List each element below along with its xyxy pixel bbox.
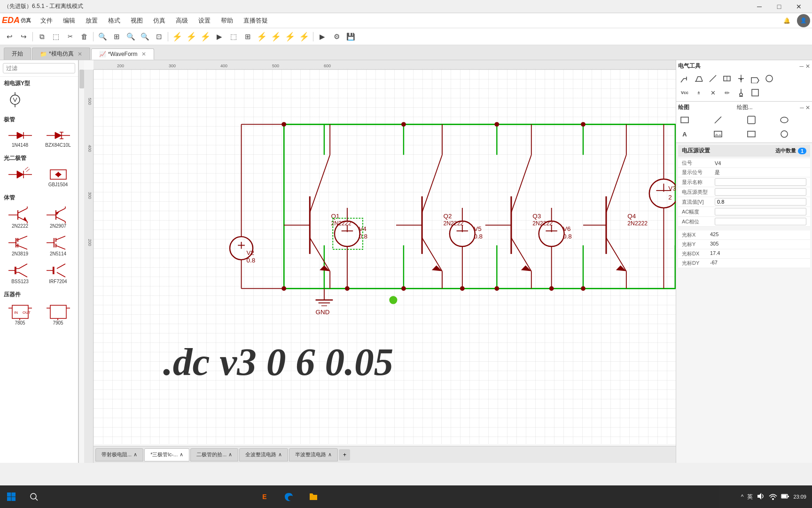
menu-sim[interactable]: 仿真 [148, 15, 170, 27]
menu-format[interactable]: 格式 [103, 15, 125, 27]
btab-diode[interactable]: 二极管的拾... ∧ [190, 448, 238, 461]
elec-pen-btn[interactable]: ✏ [720, 86, 734, 99]
tab-start[interactable]: 开始 [4, 48, 31, 60]
tab-modsim-close[interactable]: ✕ [78, 51, 82, 57]
elec-line-btn[interactable] [706, 72, 719, 85]
menu-settings[interactable]: 设置 [194, 15, 215, 27]
close-button[interactable]: ✕ [789, 0, 808, 13]
tool-btn-8[interactable]: ⚡ [269, 30, 282, 43]
comp-1n4148[interactable]: 1N4148 [2, 127, 38, 150]
tool-btn-4[interactable]: ▶ [213, 30, 226, 43]
tray-volume[interactable] [757, 492, 765, 502]
prop-input-showname[interactable] [715, 178, 806, 186]
redo-button[interactable]: ↪ [17, 30, 30, 43]
comp-led1[interactable] [2, 165, 38, 189]
draw-ellipse-btn[interactable] [778, 113, 791, 127]
tool-btn-1[interactable]: ⚡ [171, 30, 184, 43]
settings-btn[interactable]: ⚙ [330, 30, 343, 43]
menu-edit[interactable]: 编辑 [58, 15, 80, 27]
tab-waveform[interactable]: 📈 *WaveForm ✕ [91, 48, 154, 60]
minimize-button[interactable]: ─ [750, 0, 769, 13]
btab-fullwave[interactable]: 全波整流电路 ∧ [239, 448, 288, 461]
user-avatar[interactable]: 👤 [797, 14, 810, 27]
undo-button[interactable]: ↩ [3, 30, 16, 43]
tray-network[interactable] [769, 492, 777, 502]
tool-btn-5[interactable]: ⬚ [227, 30, 240, 43]
tab-waveform-close[interactable]: ✕ [141, 51, 146, 57]
run-button[interactable]: ▶ [316, 30, 329, 43]
schematic-canvas-area[interactable]: 200 300 400 500 600 500 400 300 200 [84, 60, 676, 463]
search-input[interactable] [3, 63, 75, 73]
btab-halfwave[interactable]: 半波整流电路 ∧ [289, 448, 338, 461]
comp-2n2222[interactable]: 2N2222 [2, 205, 38, 230]
comp-bss123[interactable]: BSS123 [2, 260, 38, 286]
draw-text-btn[interactable]: A [678, 127, 691, 141]
cut-button[interactable]: ✂ [63, 30, 77, 43]
delete-button[interactable]: 🗑 [78, 30, 91, 43]
taskbar-app-files[interactable] [302, 485, 325, 508]
zoom-out-button[interactable]: 🔍 [124, 30, 137, 43]
search-taskbar-button[interactable] [23, 485, 45, 508]
scrollbar-thumb[interactable] [79, 70, 84, 88]
draw-rect-btn[interactable] [678, 113, 691, 127]
comp-irf7204[interactable]: IRF7204 [40, 260, 76, 286]
elec-gnd-btn[interactable]: ± [692, 86, 705, 99]
prop-input-dc[interactable] [715, 198, 806, 206]
paste-button[interactable]: ⬚ [49, 30, 62, 43]
prop-input-type[interactable] [715, 188, 806, 196]
elec-probe-btn[interactable] [734, 86, 748, 99]
draw-poly-btn[interactable] [745, 113, 758, 127]
draw-arc-btn[interactable] [745, 127, 758, 141]
elec-bus-btn[interactable] [692, 72, 705, 85]
menu-live[interactable]: 直播答疑 [239, 15, 273, 27]
add-sheet-button[interactable]: + [339, 449, 350, 460]
btab-emitter[interactable]: 带射极电阻... ∧ [95, 448, 143, 461]
elec-net-btn[interactable] [720, 72, 734, 85]
grid-button[interactable]: ⊞ [110, 30, 123, 43]
search-button[interactable]: 🔍 [96, 30, 109, 43]
tool-btn-7[interactable]: ⚡ [255, 30, 268, 43]
comp-2n3819[interactable]: 2N3819 [2, 232, 38, 258]
comp-item-power1[interactable] [2, 90, 28, 109]
left-panel-scrollbar[interactable] [78, 60, 84, 463]
prop-input-acphase[interactable] [715, 218, 806, 225]
btab-triode[interactable]: *三极管lc-... ∧ [144, 448, 189, 461]
comp-2n2907[interactable]: 2N2907 [40, 205, 76, 230]
comp-gbj1504[interactable]: GBJ1504 [40, 165, 76, 189]
draw-line-btn[interactable] [711, 113, 725, 127]
tray-expand[interactable]: ^ [741, 493, 744, 500]
elec-port-btn[interactable] [749, 72, 762, 85]
menu-place[interactable]: 放置 [81, 15, 102, 27]
elec-vcc-btn[interactable]: Vcc [678, 86, 691, 99]
elec-tools-minimize[interactable]: ─ [799, 63, 804, 70]
drawing-tools-close[interactable]: ─ ✕ [800, 104, 810, 111]
taskbar-app-edge[interactable] [278, 485, 300, 508]
tool-btn-9[interactable]: ⚡ [283, 30, 297, 43]
start-button[interactable] [0, 485, 23, 508]
menu-view[interactable]: 视图 [126, 15, 148, 27]
save-button[interactable]: 💾 [344, 30, 357, 43]
tool-btn-10[interactable]: ⚡ [297, 30, 311, 43]
elec-box-btn[interactable] [749, 86, 762, 99]
tray-lang[interactable]: 英 [747, 493, 753, 501]
comp-2n5114[interactable]: 2N5114 [40, 232, 76, 258]
fit-button[interactable]: ⊡ [152, 30, 165, 43]
elec-pin-btn[interactable] [734, 72, 748, 85]
maximize-button[interactable]: □ [770, 0, 789, 13]
draw-circle-btn[interactable] [778, 127, 791, 141]
menu-advanced[interactable]: 高级 [171, 15, 193, 27]
prop-input-acampl[interactable] [715, 208, 806, 215]
comp-bzx84c10l[interactable]: BZX84C10L [40, 127, 76, 150]
menu-help[interactable]: 帮助 [216, 15, 238, 27]
taskbar-app-eda[interactable]: E [253, 485, 276, 508]
elec-wire-btn[interactable] [678, 72, 691, 85]
tab-modsim[interactable]: 📁 *模电仿真 ✕ [32, 48, 90, 60]
menu-file[interactable]: 文件 [36, 15, 57, 27]
elec-circle-btn[interactable] [763, 72, 776, 85]
tool-btn-6[interactable]: ⊞ [241, 30, 254, 43]
elec-tools-close[interactable]: ✕ [805, 63, 810, 70]
comp-7805[interactable]: IN OUT 7805 [2, 302, 38, 327]
draw-image-btn[interactable] [711, 127, 725, 141]
copy-button[interactable]: ⧉ [35, 30, 48, 43]
tool-btn-3[interactable]: ⚡ [199, 30, 212, 43]
